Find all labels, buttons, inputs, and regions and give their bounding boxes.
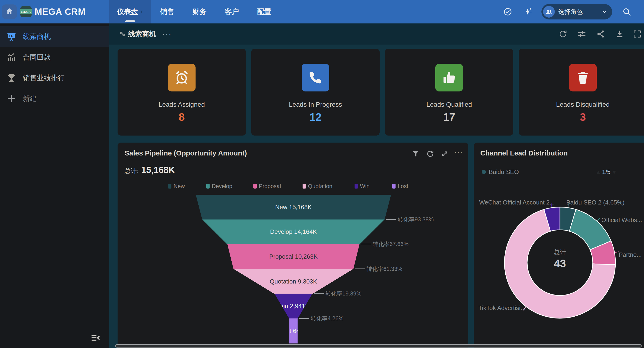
nav-tab-4[interactable]: 客户 — [216, 0, 248, 24]
download-icon[interactable] — [615, 29, 624, 39]
nav-tab-label: 配置 — [257, 7, 271, 17]
funnel-stage-develop[interactable]: Develop 14,164K — [196, 220, 391, 245]
conversion-rate-label: 转化率61.33% — [366, 265, 402, 273]
funnel-stage-lost[interactable]: Lost 647K — [196, 318, 391, 343]
page-header: 线索商机 ··· — [109, 24, 644, 45]
kpi-card-2: Leads In Progress12 — [251, 49, 380, 135]
sidebar-item-3[interactable]: 销售业绩排行 — [0, 68, 109, 88]
todo-check-icon[interactable] — [503, 7, 512, 17]
funnel-total-label: 总计: — [124, 167, 138, 175]
funnel-stage-label: Lost 647K — [196, 318, 391, 343]
nav-tab-1[interactable]: 仪表盘▼ — [109, 0, 151, 24]
conversion-leader-line — [355, 268, 364, 269]
funnel-stage-new[interactable]: New 15,168K — [196, 195, 391, 220]
sidebar-item-1[interactable]: 线索商机 — [0, 26, 109, 47]
conversion-leader-line — [361, 244, 371, 244]
legend-swatch — [354, 184, 358, 189]
funnel-stage-label: Quotation 9,303K — [196, 269, 391, 294]
legend-item-baidu-seo[interactable]: Baidu SEO — [489, 168, 519, 176]
funnel-stage-label: Develop 14,164K — [196, 220, 391, 245]
expand-diagonal-icon[interactable] — [440, 150, 449, 158]
pager-down-icon[interactable]: ▼ — [612, 169, 617, 176]
funnel-stage-win[interactable]: Win 2,941K — [196, 294, 391, 319]
search-icon[interactable] — [622, 7, 631, 17]
bar-chart-trend-icon — [6, 52, 17, 62]
legend-dot — [482, 170, 486, 174]
role-selector[interactable]: 选择角色 — [542, 4, 612, 20]
kpi-card-4: Leads Disqualified3 — [519, 49, 644, 135]
refresh-icon[interactable] — [558, 29, 568, 39]
horizontal-scrollbar[interactable] — [115, 344, 642, 347]
legend-label: Develop — [212, 183, 232, 190]
legend-pager: ▲ 1/5 ▼ — [596, 168, 617, 176]
brand-logo: MEGA — [20, 6, 32, 17]
resize-diagonal-icon[interactable] — [118, 29, 127, 39]
tab-caret-icon: ▼ — [140, 10, 144, 14]
donut-card-title: Channel Lead Distribution — [480, 149, 568, 157]
conversion-rate-label: 转化率93.38% — [398, 216, 434, 223]
kpi-value: 8 — [118, 111, 246, 123]
filter-funnel-icon[interactable] — [412, 150, 420, 158]
brand-caret-icon[interactable] — [76, 9, 82, 15]
conversion-leader-line — [299, 318, 309, 319]
plus-icon — [6, 93, 17, 104]
funnel-legend-proposal[interactable]: Proposal — [254, 183, 281, 190]
kpi-card-3: Leads Qualified17 — [385, 49, 513, 135]
sidebar-item-label: 新建 — [23, 94, 37, 103]
refresh-icon[interactable] — [426, 150, 434, 158]
nav-tab-label: 销售 — [160, 7, 174, 17]
legend-label: Proposal — [259, 183, 281, 190]
conversion-leader-line — [314, 293, 324, 294]
legend-swatch — [206, 184, 210, 189]
channel-distribution-card: Channel Lead Distribution Baidu SEO ▲ 1/… — [474, 142, 644, 348]
donut-center-value: 43 — [536, 257, 583, 270]
funnel-total-value: 15,168K — [141, 165, 175, 175]
funnel-legend-win[interactable]: Win — [354, 183, 370, 190]
donut-callout-baidu-seo: Baidu SEO 2 (4.65%) — [566, 199, 624, 206]
trophy-icon — [6, 73, 17, 83]
kpi-value: 12 — [251, 111, 380, 123]
kpi-value: 17 — [385, 111, 513, 123]
sidebar-item-4[interactable]: 新建 — [0, 88, 109, 109]
chevron-down-icon — [602, 9, 607, 14]
conversion-rate-label: 转化率4.26% — [311, 315, 344, 322]
legend-swatch — [168, 184, 172, 189]
funnel-stage-label: New 15,168K — [196, 195, 391, 220]
funnel-card-title: Sales Pipeline (Opportunity Amount) — [124, 149, 247, 157]
home-button[interactable] — [2, 5, 17, 19]
share-icon[interactable] — [596, 29, 605, 39]
sidebar-item-label: 线索商机 — [23, 32, 51, 42]
sidebar-collapse-icon[interactable] — [90, 332, 101, 343]
filter-settings-icon[interactable] — [577, 29, 586, 39]
nav-tab-5[interactable]: 配置 — [248, 0, 280, 24]
nav-tab-2[interactable]: 销售 — [151, 0, 183, 24]
main-content: 线索商机 ··· Leads Assigned8Leads In Progres… — [109, 24, 644, 348]
legend-label: New — [174, 183, 185, 190]
funnel-stage-proposal[interactable]: Proposal 10,263K — [196, 244, 391, 269]
funnel-legend-lost[interactable]: Lost — [392, 183, 408, 190]
role-selector-label: 选择角色 — [558, 8, 583, 16]
sidebar-item-2[interactable]: 合同回款 — [0, 47, 109, 68]
sales-pipeline-card: Sales Pipeline (Opportunity Amount) ··· … — [118, 142, 468, 348]
more-menu-icon[interactable]: ··· — [454, 148, 463, 156]
conversion-rate-label: 转化率19.39% — [326, 290, 361, 297]
board-chart-icon — [6, 32, 17, 42]
funnel-stage-label: Win 2,941K — [196, 294, 391, 319]
funnel-legend-develop[interactable]: Develop — [206, 183, 232, 190]
legend-label: Lost — [398, 183, 408, 190]
fullscreen-icon[interactable] — [632, 29, 642, 39]
nav-tab-label: 仪表盘 — [117, 7, 138, 17]
legend-label: Quotation — [308, 183, 332, 190]
brand-logo-text: MEGA — [21, 10, 31, 14]
page-more-menu[interactable]: ··· — [162, 24, 172, 44]
funnel-legend-quotation[interactable]: Quotation — [302, 183, 332, 190]
funnel-stage-quotation[interactable]: Quotation 9,303K — [196, 269, 391, 294]
conversion-leader-line — [386, 219, 396, 220]
ai-sparkle-icon[interactable] — [523, 7, 532, 17]
crm-dashboard: MEGA MEGA CRM 仪表盘▼销售财务客户配置 选择角色 线索商机合同回款… — [0, 0, 644, 348]
pager-up-icon[interactable]: ▲ — [596, 169, 601, 176]
donut-callout-official-website: Official Webs... — [602, 217, 642, 224]
funnel-legend-new[interactable]: New — [168, 183, 185, 190]
nav-tab-3[interactable]: 财务 — [183, 0, 216, 24]
donut-leader-line — [598, 218, 600, 221]
